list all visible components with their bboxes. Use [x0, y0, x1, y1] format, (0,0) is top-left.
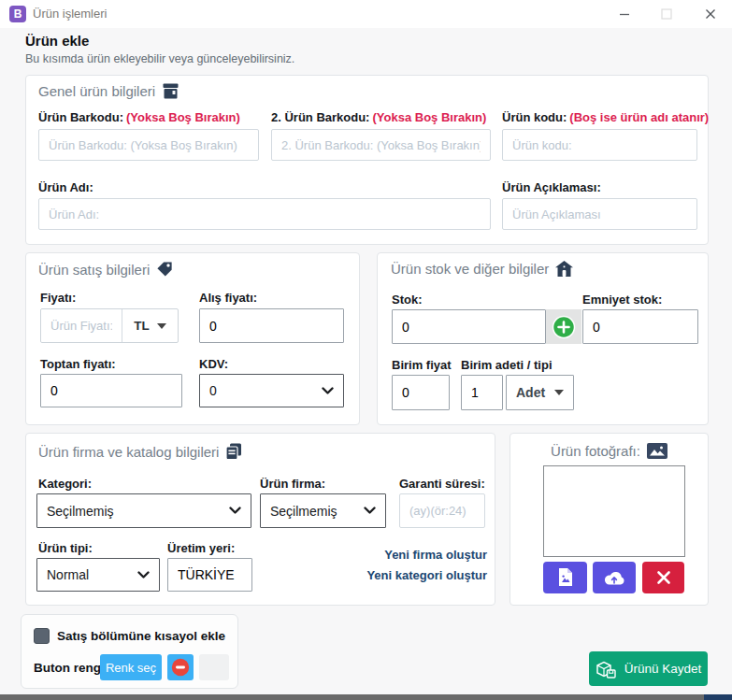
documents-icon [225, 443, 242, 460]
color-swatch [199, 654, 229, 680]
triangle-down-icon [157, 323, 166, 329]
section-stock-info: Ürün stok ve diğer bilgiler Stok: Emniye… [377, 252, 709, 425]
firm-select[interactable]: Seçilmemiş [260, 493, 386, 528]
minimize-button[interactable] [610, 0, 639, 28]
origin-input[interactable] [167, 558, 252, 592]
app-logo: B [9, 6, 26, 22]
unit-count-input[interactable] [461, 375, 503, 410]
product-code-hint: (Boş ise ürün adı atanır) [569, 110, 709, 124]
bottom-strip-accent [704, 694, 732, 700]
safety-stock-input[interactable] [582, 309, 698, 344]
minus-circle-icon [171, 658, 190, 677]
vat-select-value: 0 [209, 383, 217, 398]
photo-title: Ürün fotoğrafı: [510, 443, 708, 459]
barcode1-label: Ürün Barkodu:(Yoksa Boş Bırakın) [38, 110, 240, 124]
section-sales-title: Ürün satış bilgileri [38, 261, 173, 278]
barcode2-input[interactable] [271, 129, 491, 161]
cloud-upload-icon [604, 570, 624, 585]
upload-photo-button[interactable] [593, 562, 636, 593]
product-name-label: Ürün Adı: [38, 180, 93, 194]
firm-label: Ürün firma: [260, 477, 325, 491]
button-color-label: Buton rengi: [34, 661, 108, 675]
unit-type-select[interactable]: Adet [506, 375, 574, 410]
bottom-strip [0, 694, 732, 700]
maximize-icon [661, 8, 672, 20]
safety-stock-label: Emniyet stok: [582, 293, 662, 307]
choose-photo-button[interactable] [543, 562, 587, 593]
vat-label: KDV: [199, 357, 228, 371]
section-catalog-info: Ürün firma ve katalog bilgileri Kategori… [25, 433, 495, 606]
wholesale-price-input[interactable] [40, 374, 182, 407]
save-product-button[interactable]: Ürünü Kaydet [589, 651, 708, 686]
purchase-price-input[interactable] [199, 308, 344, 343]
section-stock-title: Ürün stok ve diğer bilgiler [391, 261, 573, 277]
barcode2-hint: (Yoksa Boş Bırakın) [372, 110, 486, 124]
remove-photo-button[interactable] [642, 562, 684, 593]
product-code-label-text: Ürün kodu: [502, 110, 567, 124]
unit-type-value: Adet [516, 385, 545, 400]
triangle-down-icon [554, 390, 564, 395]
chevron-down-icon [137, 571, 150, 579]
new-category-link[interactable]: Yeni kategori oluştur [366, 568, 487, 582]
chevron-down-icon [229, 507, 241, 515]
warranty-label: Garanti süresi: [399, 477, 485, 491]
pick-color-button[interactable]: Renk seç [100, 654, 162, 680]
barcode1-input[interactable] [38, 129, 259, 161]
close-button[interactable] [696, 0, 725, 28]
price-label: Fiyatı: [40, 291, 76, 305]
vat-select[interactable]: 0 [199, 374, 344, 407]
stock-label: Stok: [392, 293, 423, 307]
barcode2-label: 2. Ürün Barkodu:(Yoksa Boş Bırakın) [271, 110, 486, 124]
category-select[interactable]: Seçilmemiş [36, 493, 251, 528]
window-title: Ürün işlemleri [33, 0, 107, 28]
product-operations-window: B Ürün işlemleri Ürün ekle Bu kısımda ür… [0, 0, 732, 700]
product-code-label: Ürün kodu:(Boş ise ürün adı atanır) [502, 110, 709, 124]
firm-select-value: Seçilmemiş [270, 504, 337, 519]
close-icon [705, 8, 716, 20]
photo-preview-box [543, 465, 685, 557]
section-sales-info: Ürün satış bilgileri Fiyatı: Alış fiyatı… [25, 252, 360, 425]
barcode1-hint: (Yoksa Boş Bırakın) [126, 110, 240, 124]
product-desc-input[interactable] [502, 198, 697, 230]
product-type-select[interactable]: Normal [36, 558, 160, 592]
currency-value: TL [134, 319, 150, 333]
product-type-label: Ürün tipi: [38, 541, 93, 555]
product-desc-label: Ürün Açıklaması: [502, 180, 601, 194]
warranty-input[interactable] [399, 493, 485, 528]
remove-color-button[interactable] [167, 654, 194, 680]
unit-price-input[interactable] [392, 375, 450, 410]
tag-icon [156, 261, 173, 278]
product-code-input[interactable] [502, 129, 697, 161]
chevron-down-icon [364, 507, 376, 515]
price-input[interactable] [41, 309, 122, 342]
category-select-value: Seçilmemiş [47, 504, 114, 519]
plus-circle-icon [552, 315, 576, 339]
barcode1-label-text: Ürün Barkodu: [38, 110, 123, 124]
section-general-info: Genel ürün bilgileri Ürün Barkodu:(Yoksa… [25, 75, 709, 245]
wholesale-price-label: Toptan fiyatı: [40, 357, 116, 371]
section-catalog-title-text: Ürün firma ve katalog bilgileri [38, 444, 219, 460]
chevron-down-icon [322, 387, 334, 395]
x-icon [656, 570, 671, 585]
page-subtitle: Bu kısımda ürün ekleyebilir veya güncele… [25, 52, 294, 65]
maximize-button[interactable] [653, 0, 681, 28]
product-name-input[interactable] [38, 198, 491, 230]
shortcut-checkbox[interactable] [34, 628, 50, 644]
section-general-title: Genel ürün bilgileri [38, 83, 179, 99]
minimize-icon [619, 8, 630, 20]
titlebar: B Ürün işlemleri [0, 0, 732, 28]
save-button-label: Ürünü Kaydet [624, 662, 702, 676]
currency-select[interactable]: TL [122, 309, 178, 342]
new-firm-link[interactable]: Yeni firma oluştur [384, 548, 487, 562]
section-sales-shortcut: Satış bölümüne kısayol ekle Buton rengi:… [21, 614, 238, 689]
section-catalog-title: Ürün firma ve katalog bilgileri [38, 443, 242, 460]
shortcut-checkbox-label: Satış bölümüne kısayol ekle [57, 629, 225, 643]
file-image-icon [558, 568, 573, 587]
stock-input-group [392, 309, 581, 344]
origin-label: Üretim yeri: [167, 541, 235, 555]
save-package-icon [596, 660, 616, 679]
home-icon [555, 261, 573, 277]
increase-stock-button[interactable] [546, 309, 581, 344]
stock-input[interactable] [392, 309, 546, 344]
unit-price-label: Birim fiyat [392, 358, 452, 372]
